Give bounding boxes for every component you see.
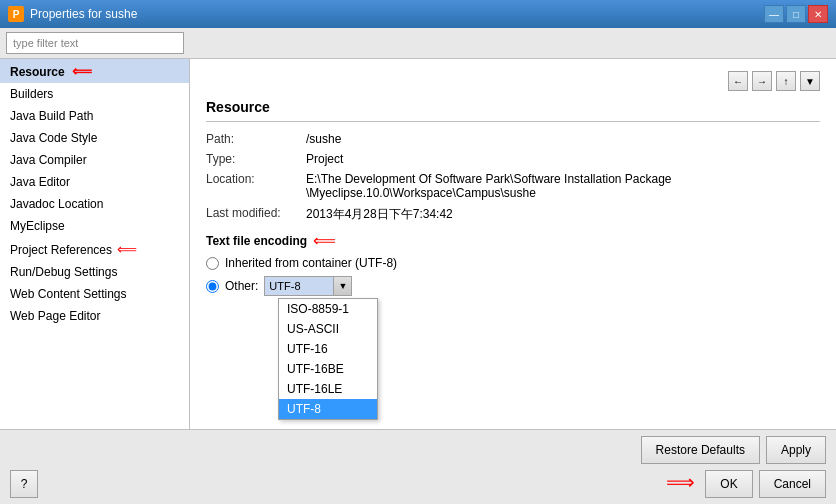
dropdown-item-utf16be[interactable]: UTF-16BE [279,359,377,379]
window-controls: — □ ✕ [764,5,828,23]
dropdown-item-utf16[interactable]: UTF-16 [279,339,377,359]
dropdown-item-utf16le[interactable]: UTF-16LE [279,379,377,399]
dropdown-item-iso[interactable]: ISO-8859-1 [279,299,377,319]
encoding-dropdown-menu: ISO-8859-1 US-ASCII UTF-16 UTF-16BE UTF-… [278,298,378,420]
minimize-button[interactable]: — [764,5,784,23]
encoding-input[interactable] [264,276,334,296]
sidebar-item-javadoc-location[interactable]: Javadoc Location [0,193,189,215]
sidebar-item-builders[interactable]: Builders [0,83,189,105]
nav-dropdown-button[interactable]: ▼ [800,71,820,91]
location-value: E:\The Development Of Software Park\Soft… [306,172,820,200]
navigation-arrows: ← → ↑ ▼ [206,71,820,91]
cancel-button[interactable]: Cancel [759,470,826,498]
arrow-ok: ⟹ [666,470,695,498]
arrow-encoding: ⟸ [313,231,336,250]
filter-bar [0,28,836,59]
arrow-resource: ⟸ [72,63,92,79]
sidebar-item-resource[interactable]: Resource ⟸ [0,59,189,83]
other-radio[interactable] [206,280,219,293]
sidebar-item-run-debug-settings[interactable]: Run/Debug Settings [0,261,189,283]
text-file-encoding-label: Text file encoding [206,234,307,248]
filter-input[interactable] [6,32,184,54]
sidebar-item-web-content-settings[interactable]: Web Content Settings [0,283,189,305]
type-row: Type: Project [206,152,820,166]
maximize-button[interactable]: □ [786,5,806,23]
ok-button[interactable]: OK [705,470,752,498]
path-row: Path: /sushe [206,132,820,146]
other-radio-label: Other: [225,279,258,293]
restore-defaults-button[interactable]: Restore Defaults [641,436,760,464]
sidebar-item-java-editor[interactable]: Java Editor [0,171,189,193]
type-label: Type: [206,152,306,166]
nav-back-button[interactable]: ← [728,71,748,91]
type-value: Project [306,152,820,166]
arrow-project-references: ⟸ [117,241,137,257]
section-title: Resource [206,99,820,122]
location-label: Location: [206,172,306,200]
sidebar-item-java-build-path[interactable]: Java Build Path [0,105,189,127]
close-button[interactable]: ✕ [808,5,828,23]
main-container: Resource ⟸ Builders Java Build Path Java… [0,28,836,504]
dropdown-item-utf8[interactable]: UTF-8 [279,399,377,419]
location-row: Location: E:\The Development Of Software… [206,172,820,200]
content-area: Resource ⟸ Builders Java Build Path Java… [0,59,836,429]
top-action-buttons: Restore Defaults Apply [10,436,826,464]
title-bar: P Properties for sushe — □ ✕ [0,0,836,28]
right-panel: ← → ↑ ▼ Resource Path: /sushe Type: Proj… [190,59,836,429]
inherited-radio-label: Inherited from container (UTF-8) [225,256,397,270]
encoding-dropdown-button[interactable]: ▼ [334,276,352,296]
bottom-panel: Restore Defaults Apply ? ⟹ OK Cancel [0,429,836,504]
inherited-radio-row: Inherited from container (UTF-8) [206,256,820,270]
sidebar-item-java-compiler[interactable]: Java Compiler [0,149,189,171]
last-modified-label: Last modified: [206,206,306,223]
sidebar-item-java-code-style[interactable]: Java Code Style [0,127,189,149]
nav-up-button[interactable]: ↑ [776,71,796,91]
app-icon: P [8,6,24,22]
help-button[interactable]: ? [10,470,38,498]
dropdown-item-usascii[interactable]: US-ASCII [279,319,377,339]
sidebar-item-project-references[interactable]: Project References ⟸ [0,237,189,261]
sidebar-item-web-page-editor[interactable]: Web Page Editor [0,305,189,327]
inherited-radio[interactable] [206,257,219,270]
ok-cancel-buttons: ⟹ OK Cancel [666,470,826,498]
sidebar-item-myeclipse[interactable]: MyEclipse [0,215,189,237]
text-file-encoding-header: Text file encoding ⟸ [206,231,820,250]
last-modified-row: Last modified: 2013年4月28日下午7:34:42 [206,206,820,223]
bottom-action-buttons: ? ⟹ OK Cancel [10,470,826,498]
window-title: Properties for sushe [30,7,137,21]
last-modified-value: 2013年4月28日下午7:34:42 [306,206,820,223]
other-radio-row: Other: ▼ ISO-8859-1 US-ASCII UTF-16 UTF-… [206,276,820,296]
apply-button[interactable]: Apply [766,436,826,464]
sidebar: Resource ⟸ Builders Java Build Path Java… [0,59,190,429]
path-label: Path: [206,132,306,146]
nav-forward-button[interactable]: → [752,71,772,91]
path-value: /sushe [306,132,820,146]
